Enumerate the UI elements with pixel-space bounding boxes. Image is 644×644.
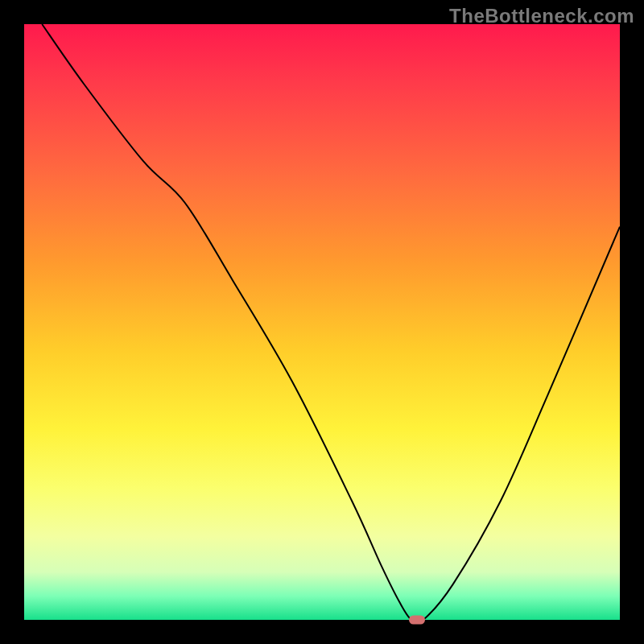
bottleneck-curve [42,24,620,623]
chart-container: TheBottleneck.com [0,0,644,644]
curve-svg [24,24,620,620]
optimum-marker [409,616,425,625]
plot-area [24,24,620,620]
